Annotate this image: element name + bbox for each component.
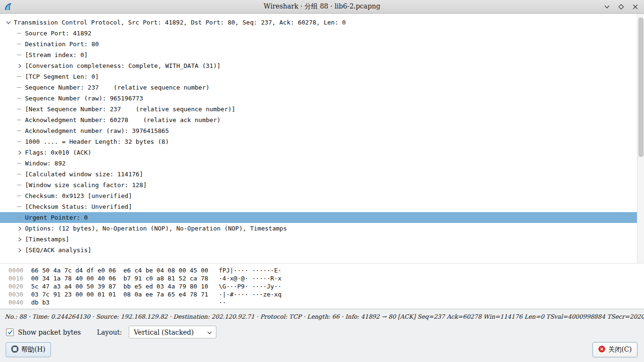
tree-item-label: 1000 .... = Header Length: 32 bytes (8) [25,138,169,145]
hexdump-row[interactable]: 000066 50 4a 7c d4 df e0 06 e6 c4 be 04 … [8,267,644,275]
tree-item[interactable]: [TCP Segment Len: 0] [0,71,644,82]
packet-dialog: Wireshark · 分组 88 · lib6-2.pcapng Transm… [0,0,644,362]
tree-branch-tick [17,76,25,77]
tree-item-label: [Next Sequence Number: 237 (relative seq… [25,106,235,113]
hexdump-row[interactable]: 001000 34 1a 78 40 00 40 06 b7 91 c0 a8 … [8,275,644,283]
tree-branch-tick [17,163,25,164]
tree-item-label: Acknowledgment number (raw): 3976415865 [25,127,169,134]
hexdump-row[interactable]: 00205c 47 a3 a4 00 50 39 87 bb e5 ed 03 … [8,283,644,291]
tree-branch-tick [17,55,25,55]
hex-offset: 0020 [8,283,31,291]
titlebar[interactable]: Wireshark · 分组 88 · lib6-2.pcapng [0,0,644,14]
tree-branch-tick [17,217,25,218]
close-button-label: 关闭(C) [608,346,632,354]
tree-branch-tick [17,33,25,33]
tree-branch-tick [17,206,25,207]
tree-branch-tick [17,44,25,44]
layout-select[interactable]: Vertical (Stacked) [129,326,216,338]
checkbox-box[interactable] [6,329,14,336]
tree-branch-tick [17,131,25,131]
hex-bytes: 5c 47 a3 a4 00 50 39 87 bb e5 ed 03 4a 7… [31,283,219,291]
tree-scrollbar[interactable] [637,14,644,263]
minimize-icon[interactable] [603,3,611,11]
check-icon [7,329,13,335]
close-circle-icon [598,346,605,354]
tree-branch-tick [17,185,25,185]
tree-branch-tick [17,196,25,196]
tree-item[interactable]: Flags: 0x010 (ACK) [0,147,644,158]
tree-item[interactable]: Destination Port: 80 [0,39,644,49]
tree-item-label: Window: 892 [25,160,66,167]
window-controls [603,0,639,13]
hex-offset: 0010 [8,275,31,283]
chevron-down-icon[interactable] [6,20,14,25]
hex-offset: 0000 [8,267,31,275]
tree-item[interactable]: Urgent Pointer: 0 [0,212,644,223]
packet-summary: No.: 88 · Time: 0.244264130 · Source: 19… [0,309,644,320]
tree-item[interactable]: Options: (12 bytes), No-Operation (NOP),… [0,223,644,234]
packet-bytes-pane: 000066 50 4a 7c d4 df e0 06 e6 c4 be 04 … [0,263,644,309]
chevron-down-icon [207,329,212,336]
help-button[interactable]: 帮助(H) [6,342,51,357]
tree-item[interactable]: 1000 .... = Header Length: 32 bytes (8) [0,136,644,147]
show-packet-bytes-checkbox[interactable]: Show packet bytes [6,329,81,336]
tree-item[interactable]: Transmission Control Protocol, Src Port:… [0,17,644,28]
chevron-right-icon[interactable] [17,226,25,231]
hex-ascii: \G···P9· ····Jy·· [219,283,281,291]
tree-item-label: [Calculated window size: 114176] [25,171,143,178]
tree-item[interactable]: [SEQ/ACK analysis] [0,245,644,255]
tree-item[interactable]: [Timestamps] [0,234,644,245]
tree-item[interactable]: [Calculated window size: 114176] [0,169,644,180]
hex-ascii: ·4·x@·@· ·····R·x [219,275,281,283]
tree-item[interactable]: [Stream index: 0] [0,49,644,60]
tree-item-label: [Conversation completeness: Complete, WI… [25,62,221,69]
tree-item-label: Transmission Control Protocol, Src Port:… [14,19,346,26]
tree-item-label: Sequence Number: 237 (relative sequence … [25,84,209,91]
tree-item-label: Acknowledgment Number: 60278 (relative a… [25,116,221,123]
hexdump-row[interactable]: 0040db b3·· [8,299,644,307]
scrollbar-thumb[interactable] [638,17,644,157]
tree-item[interactable]: [Next Sequence Number: 237 (relative seq… [0,104,644,115]
hex-ascii: fPJ|···· ······E· [219,267,281,275]
chevron-right-icon[interactable] [17,237,25,242]
close-button[interactable]: 关闭(C) [593,342,637,357]
chevron-right-icon[interactable] [17,247,25,253]
tree-item[interactable]: Acknowledgment Number: 60278 (relative a… [0,115,644,125]
close-window-icon[interactable] [631,3,639,11]
chevron-right-icon[interactable] [17,63,25,69]
tree-item-label: Flags: 0x010 (ACK) [25,149,91,156]
tree-item-label: Options: (12 bytes), No-Operation (NOP),… [25,225,287,232]
tree-item[interactable]: Sequence Number: 237 (relative sequence … [0,82,644,93]
hexdump-row[interactable]: 003003 7c 91 23 00 00 01 01 08 0a ee 7a … [8,291,644,299]
tree-item[interactable]: [Conversation completeness: Complete, WI… [0,60,644,71]
tree-item-label: Source Port: 41892 [25,30,91,37]
help-button-label: 帮助(H) [21,346,45,354]
wireshark-logo-icon [4,2,12,11]
hex-ascii: ·|·#···· ···ze·xq [219,291,281,299]
tree-item[interactable]: Source Port: 41892 [0,28,644,39]
tree-item[interactable]: Sequence Number (raw): 965196773 [0,93,644,104]
hex-offset: 0040 [8,299,31,307]
packet-detail-tree: Transmission Control Protocol, Src Port:… [0,14,644,263]
window-title: Wireshark · 分组 88 · lib6-2.pcapng [0,2,644,11]
tree-item[interactable]: Window: 892 [0,158,644,169]
tree-item-label: [Checksum Status: Unverified] [25,203,132,210]
help-icon [11,346,18,354]
tree-item-label: Destination Port: 80 [25,41,99,48]
tree-item-label: [SEQ/ACK analysis] [25,247,91,254]
tree-branch-tick [17,98,25,99]
hex-offset: 0030 [8,291,31,299]
tree-branch-tick [17,109,25,109]
hex-bytes: db b3 [31,299,219,307]
tree-item-label: Checksum: 0x9123 [unverified] [25,192,132,199]
chevron-right-icon[interactable] [17,150,25,156]
tree-branch-tick [17,174,25,174]
tree-item[interactable]: Acknowledgment number (raw): 3976415865 [0,125,644,136]
maximize-icon[interactable] [617,3,625,11]
tree-item[interactable]: [Window size scaling factor: 128] [0,180,644,190]
layout-select-value: Vertical (Stacked) [134,329,194,336]
dialog-footer: No.: 88 · Time: 0.244264130 · Source: 19… [0,309,644,362]
tree-item[interactable]: Checksum: 0x9123 [unverified] [0,190,644,201]
buttons-row: 帮助(H) 关闭(C) [6,342,637,357]
tree-item[interactable]: [Checksum Status: Unverified] [0,201,644,212]
